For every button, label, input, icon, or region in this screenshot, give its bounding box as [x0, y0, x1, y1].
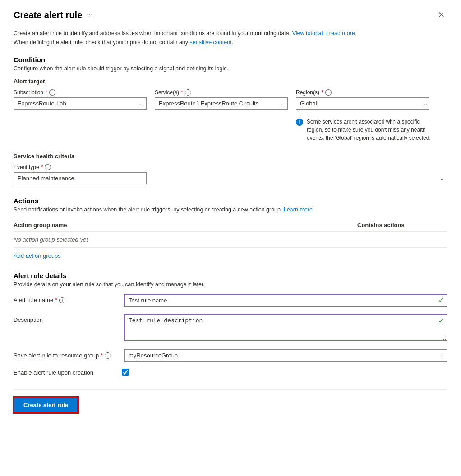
subscription-info-icon[interactable]: i [49, 89, 55, 96]
enable-alert-checkbox[interactable] [122, 369, 129, 376]
services-info-icon[interactable]: i [185, 89, 191, 96]
panel-ellipsis[interactable]: ··· [87, 11, 92, 19]
alert-rule-name-input[interactable] [124, 294, 447, 307]
event-type-select-wrapper: Planned maintenance ⌄ [14, 172, 447, 184]
alert-target-fields: Subscription * i ExpressRoute-Lab ⌄ Serv… [14, 89, 447, 145]
alert-rule-name-info-icon[interactable]: i [59, 297, 65, 303]
add-action-groups-link[interactable]: Add action groups [14, 252, 61, 259]
subscription-required: * [45, 89, 47, 96]
subscription-select[interactable]: ExpressRoute-Lab [14, 97, 147, 110]
view-tutorial-link[interactable]: View tutorial + read more [292, 30, 355, 37]
subscription-label: Subscription * i [14, 89, 147, 96]
services-select-wrapper: ExpressRoute \ ExpressRoute Circuits ⌄ [155, 97, 288, 110]
resource-group-required: * [101, 352, 103, 359]
regions-info-icon[interactable]: i [325, 89, 332, 96]
resource-group-info-icon[interactable]: i [105, 352, 111, 359]
resource-group-select-wrapper: myResourceGroup ⌄ [124, 349, 447, 362]
learn-more-link[interactable]: Learn more [284, 206, 313, 213]
alert-rule-name-required: * [55, 297, 57, 303]
regions-required: * [321, 89, 323, 96]
alert-rule-details-section: Alert rule details Provide details on yo… [14, 272, 447, 376]
alert-rule-details-desc: Provide details on your alert rule so th… [14, 281, 447, 288]
description-textarea[interactable]: Test rule description [124, 314, 447, 341]
panel-header: Create alert rule ··· ✕ [14, 9, 447, 21]
alert-rule-name-check-icon: ✓ [438, 297, 444, 304]
close-icon: ✕ [438, 10, 445, 19]
services-label: Service(s) * i [155, 89, 288, 96]
resource-group-select[interactable]: myResourceGroup [124, 349, 447, 362]
info-banner-text1: Create an alert rule to identify and add… [14, 30, 290, 37]
regions-field-group: Region(s) * i Global ⌄ i Some se [296, 89, 431, 145]
event-type-chevron: ⌄ [440, 175, 444, 181]
condition-section: Condition Configure when the alert rule … [14, 56, 447, 184]
regions-info-box: i Some services aren't associated with a… [296, 115, 431, 145]
regions-info-box-text: Some services aren't associated with a s… [307, 118, 431, 142]
description-row: Description Test rule description ✓ [14, 314, 447, 342]
col-name-header: Action group name [14, 222, 357, 229]
condition-desc: Configure when the alert rule should tri… [14, 65, 447, 72]
actions-table-header: Action group name Contains actions [14, 219, 447, 232]
create-alert-rule-panel: Create alert rule ··· ✕ Create an alert … [0, 0, 461, 476]
alert-rule-name-input-wrapper: ✓ [124, 294, 447, 307]
info-banner-text2: When defining the alert rule, check that… [14, 39, 233, 46]
enable-alert-row: Enable alert rule upon creation [14, 369, 447, 376]
event-type-label: Event type * i [14, 164, 447, 170]
description-label: Description [14, 314, 117, 323]
description-input-wrapper: Test rule description ✓ [124, 314, 447, 342]
regions-label: Region(s) * i [296, 89, 431, 96]
services-required: * [181, 89, 183, 96]
resource-group-row: Save alert rule to resource group * i my… [14, 349, 447, 362]
col-actions-header: Contains actions [357, 222, 447, 229]
actions-title: Actions [14, 197, 447, 205]
event-type-select[interactable]: Planned maintenance [14, 172, 147, 184]
services-field-group: Service(s) * i ExpressRoute \ ExpressRou… [155, 89, 288, 145]
event-type-field-group: Event type * i Planned maintenance ⌄ [14, 164, 447, 184]
resource-group-label: Save alert rule to resource group * i [14, 349, 117, 359]
subscription-select-wrapper: ExpressRoute-Lab ⌄ [14, 97, 147, 110]
actions-empty-row: No action group selected yet [14, 232, 447, 248]
enable-alert-label: Enable alert rule upon creation [14, 369, 117, 376]
condition-title: Condition [14, 56, 447, 64]
info-banner: Create an alert rule to identify and add… [14, 29, 447, 47]
subscription-field-group: Subscription * i ExpressRoute-Lab ⌄ [14, 89, 147, 145]
create-alert-rule-button[interactable]: Create alert rule [14, 397, 78, 413]
alert-rule-name-label: Alert rule name * i [14, 294, 117, 303]
description-check-icon: ✓ [438, 317, 444, 325]
actions-desc: Send notifications or invoke actions whe… [14, 206, 447, 213]
event-type-info-icon[interactable]: i [45, 164, 51, 170]
footer: Create alert rule [14, 389, 447, 413]
panel-title: Create alert rule [14, 10, 82, 20]
alert-rule-details-title: Alert rule details [14, 272, 447, 279]
alert-target-label: Alert target [14, 78, 447, 85]
services-select[interactable]: ExpressRoute \ ExpressRoute Circuits [155, 97, 288, 110]
service-health-label: Service health criteria [14, 153, 447, 160]
actions-section: Actions Send notifications or invoke act… [14, 197, 447, 259]
close-button[interactable]: ✕ [435, 9, 447, 21]
alert-rule-name-row: Alert rule name * i ✓ [14, 294, 447, 307]
regions-select[interactable]: Global [296, 97, 429, 110]
regions-info-box-icon: i [296, 119, 303, 126]
event-type-required: * [41, 164, 43, 170]
regions-select-wrapper: Global ⌄ [296, 97, 431, 110]
title-row: Create alert rule ··· [14, 10, 93, 20]
